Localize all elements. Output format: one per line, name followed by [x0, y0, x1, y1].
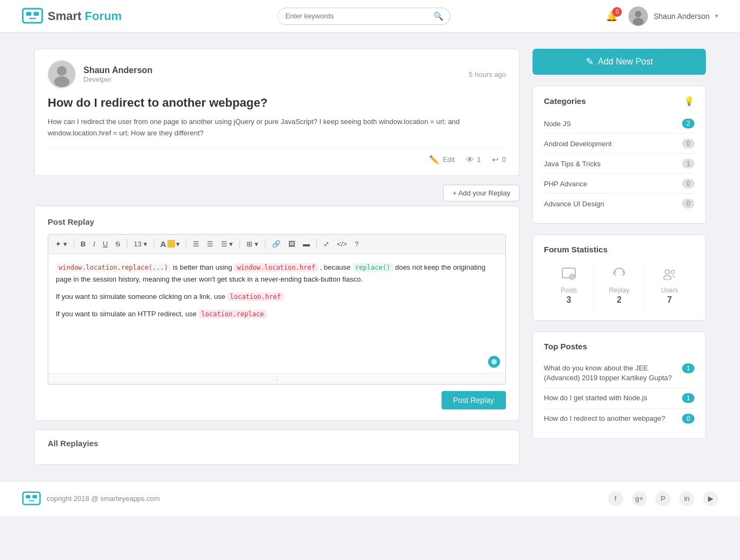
- svg-rect-18: [33, 495, 37, 498]
- author-avatar-icon: [49, 61, 75, 87]
- svg-point-9: [54, 76, 69, 87]
- notification-bell[interactable]: 🔔 0: [606, 10, 618, 22]
- footer: copright 2018 @ smarteyeapps.com f g+ P …: [0, 481, 740, 516]
- category-list: Node JS 2 Android Development 0 Java Tip…: [544, 114, 694, 213]
- post-card: Shaun Anderson Develper 5 hours ago How …: [34, 49, 520, 176]
- editor-body[interactable]: window.location.replace(...) is better t…: [48, 254, 505, 373]
- toolbar-italic[interactable]: I: [90, 238, 98, 250]
- author-avatar: [48, 60, 76, 88]
- category-badge: 1: [682, 159, 694, 168]
- toolbar-fullscreen[interactable]: ⤢: [321, 238, 332, 250]
- facebook-icon[interactable]: f: [608, 491, 623, 506]
- top-post-item[interactable]: What do you know about the JEE (Advanced…: [544, 359, 694, 388]
- author-role: Develper: [83, 75, 152, 83]
- svg-rect-17: [26, 495, 31, 498]
- share-count: 0: [502, 155, 506, 164]
- top-posts-title: Top Postes: [544, 342, 587, 351]
- edit-action[interactable]: ✏️ Edit: [429, 155, 455, 165]
- add-reply-button[interactable]: + Add your Replay: [443, 185, 520, 201]
- toolbar-image[interactable]: 🖼: [285, 238, 298, 250]
- footer-logo-icon: [22, 491, 41, 506]
- logo-text: Smart Forum: [48, 9, 122, 23]
- toolbar-unordered-list[interactable]: ☰: [190, 238, 202, 250]
- search-button[interactable]: 🔍: [427, 8, 450, 24]
- pinterest-icon[interactable]: P: [655, 491, 671, 506]
- replay-label: Replay: [594, 286, 644, 294]
- toolbar-align[interactable]: ☰ ▾: [218, 238, 236, 250]
- search-bar[interactable]: 🔍: [277, 8, 451, 25]
- post-title: How do I redirect to another webpage?: [48, 96, 506, 110]
- category-name: Node JS: [544, 120, 571, 128]
- add-new-post-button[interactable]: ✎ Add New Post: [533, 49, 706, 75]
- editor-text-1: is better than using: [173, 263, 234, 271]
- toolbar-underline[interactable]: U: [100, 238, 111, 250]
- replay-icon: [594, 267, 644, 283]
- toolbar-ordered-list[interactable]: ☰: [204, 238, 216, 250]
- toolbar-color[interactable]: A ▾: [158, 238, 182, 250]
- category-item[interactable]: PHP Advance 0: [544, 174, 694, 194]
- category-name: Android Development: [544, 140, 612, 148]
- view-action: 👁 1: [466, 155, 481, 164]
- svg-point-14: [664, 276, 671, 280]
- code-snippet-3: replace(): [353, 263, 393, 272]
- category-name: Advance UI Design: [544, 200, 604, 208]
- youtube-icon[interactable]: ▶: [703, 491, 718, 506]
- posts-icon: [544, 267, 594, 283]
- toolbar-strikethrough[interactable]: S: [113, 238, 123, 250]
- edit-label: Edit: [443, 155, 455, 164]
- svg-point-5: [635, 11, 641, 17]
- categories-card: Categories 💡 Node JS 2 Android Developme…: [533, 86, 706, 224]
- top-post-item[interactable]: How do I get started with Node.js 1: [544, 388, 694, 408]
- post-time: 5 hours ago: [469, 70, 506, 79]
- editor-indicator: [488, 356, 500, 368]
- toolbar-table[interactable]: ⊞ ▾: [244, 238, 261, 250]
- posts-label: Posts: [544, 286, 594, 294]
- user-menu[interactable]: Shaun Anderson ▾: [628, 6, 718, 26]
- logo[interactable]: Smart Forum: [22, 8, 122, 25]
- stat-users: Users 7: [645, 262, 694, 310]
- forum-stats-title: Forum Statistics: [544, 245, 608, 254]
- top-posts-list: What do you know about the JEE (Advanced…: [544, 359, 694, 428]
- top-post-item[interactable]: How do I redirect to another webpage? 0: [544, 409, 694, 428]
- code-snippet-4: location.href: [228, 292, 284, 301]
- user-avatar: [628, 6, 648, 26]
- editor-resize-bar[interactable]: ⋮: [48, 373, 505, 384]
- top-post-badge: 1: [682, 363, 694, 373]
- all-replies-title: All Replayies: [48, 439, 506, 448]
- content-area: Shaun Anderson Develper 5 hours ago How …: [34, 49, 520, 465]
- user-name-label: Shaun Anderson: [653, 12, 710, 21]
- toolbar-media[interactable]: ▬: [300, 238, 313, 250]
- editor-wrapper: ✦ ▾ B I U S 13 ▾ A ▾ ☰ ☰: [48, 234, 506, 385]
- code-snippet-2: window.location.href: [234, 263, 318, 272]
- user-menu-chevron: ▾: [715, 12, 718, 19]
- toolbar-link[interactable]: 🔗: [269, 238, 283, 250]
- post-body: How can I redirect the user from one pag…: [48, 116, 506, 139]
- category-item[interactable]: Java Tips & Tricks 1: [544, 154, 694, 174]
- svg-point-13: [665, 270, 670, 274]
- svg-point-15: [671, 270, 674, 274]
- top-post-text: How do I get started with Node.js: [544, 393, 677, 403]
- svg-rect-0: [23, 9, 42, 23]
- toolbar-help[interactable]: ?: [352, 238, 361, 250]
- category-item[interactable]: Android Development 0: [544, 134, 694, 154]
- top-posts-card: Top Postes What do you know about the JE…: [533, 331, 706, 439]
- googleplus-icon[interactable]: g+: [632, 491, 647, 506]
- category-item[interactable]: Node JS 2: [544, 114, 694, 134]
- stat-posts: Posts 3: [544, 262, 594, 310]
- linkedin-icon[interactable]: in: [679, 491, 694, 506]
- post-replay-button[interactable]: Post Replay: [442, 391, 506, 409]
- users-value: 7: [645, 295, 694, 305]
- code-snippet-1: window.location.replace(...): [56, 263, 171, 272]
- category-item[interactable]: Advance UI Design 0: [544, 194, 694, 213]
- search-input[interactable]: [278, 9, 427, 23]
- svg-point-6: [633, 18, 644, 25]
- toolbar-magic[interactable]: ✦ ▾: [53, 238, 70, 250]
- top-post-badge: 0: [682, 414, 694, 424]
- toolbar-bold[interactable]: B: [78, 238, 88, 250]
- logo-icon: [22, 8, 43, 25]
- top-post-text: What do you know about the JEE (Advanced…: [544, 363, 677, 383]
- toolbar-fontsize[interactable]: 13 ▾: [131, 238, 150, 250]
- footer-social: f g+ P in ▶: [608, 491, 718, 506]
- toolbar-code[interactable]: </>: [334, 238, 350, 250]
- circle-icon: [490, 358, 498, 366]
